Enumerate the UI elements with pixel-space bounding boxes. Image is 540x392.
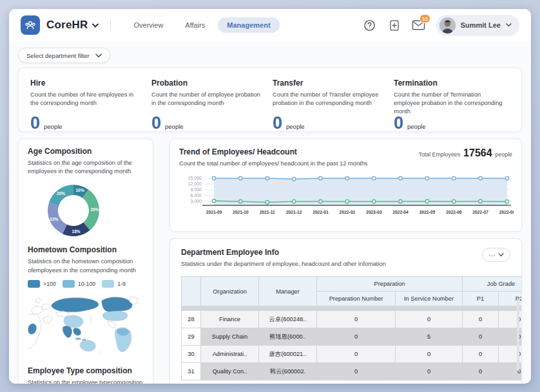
- page-content: Select department filter HireCount the n…: [9, 41, 531, 384]
- composition-sidebar-card: Age Composition Statistics on the age co…: [18, 138, 153, 384]
- stat-value: 0: [151, 115, 161, 132]
- stat-title: Transfer: [273, 79, 382, 88]
- trend-card: Trend of Employees/ Headcount Count the …: [169, 138, 522, 232]
- svg-text:2022-01: 2022-01: [313, 210, 329, 214]
- stat-desc: Count the number of employee probation i…: [151, 91, 261, 109]
- question-mark-icon: [363, 19, 376, 32]
- nav-tab-overview[interactable]: Overview: [125, 17, 173, 33]
- employee-type-title: Employee Type composition: [28, 366, 144, 375]
- svg-text:3,000: 3,000: [190, 200, 202, 204]
- corehr-logo-icon: [21, 15, 40, 35]
- workspace-switcher[interactable]: CoreHR: [46, 19, 99, 32]
- header-actions: 12 Summit Lee: [363, 15, 519, 36]
- legend-item: 1-9: [102, 280, 126, 288]
- stat-title: Probation: [151, 79, 261, 88]
- stat-title: Termination: [394, 79, 503, 88]
- chevron-down-icon: [92, 23, 99, 28]
- svg-text:20%: 20%: [57, 191, 65, 196]
- svg-text:2023-03: 2023-03: [366, 210, 382, 214]
- chevron-down-icon: [95, 53, 102, 58]
- headcount-trend-chart[interactable]: 15,00012,0009,0006,0003,0002021-092021-1…: [179, 172, 514, 219]
- stat-unit: people: [44, 123, 63, 130]
- table-row[interactable]: 29Supply Chain熊瑶恩(6000..0500: [182, 328, 523, 346]
- table-row-partial: [182, 306, 523, 311]
- table-row[interactable]: 28Finance云卓(600248..0000: [182, 311, 523, 328]
- new-document-button[interactable]: [387, 18, 401, 32]
- department-filter-select[interactable]: Select department filter: [18, 48, 110, 63]
- col-organization: Organization: [201, 277, 259, 306]
- stat-desc: Count the number of Termination employee…: [394, 91, 503, 109]
- inbox-button[interactable]: 12: [412, 18, 426, 32]
- svg-text:6,000: 6,000: [190, 194, 202, 198]
- table-cell: 0: [463, 363, 499, 380]
- legend-label: 1-9: [117, 281, 126, 287]
- stat-desc: Count the number of Transfer employee pr…: [273, 91, 382, 109]
- user-name: Summit Lee: [461, 21, 501, 29]
- svg-text:2021-11: 2021-11: [260, 210, 275, 214]
- legend-swatch: [28, 280, 40, 288]
- filter-label: Select department filter: [26, 52, 90, 59]
- stat-card-transfer: TransferCount the number of Transfer emp…: [273, 79, 394, 131]
- age-composition-desc: Statistics on the age composition of the…: [28, 159, 144, 176]
- document-plus-icon: [389, 19, 400, 32]
- age-donut-chart[interactable]: 10%29%18%23%20%: [38, 181, 109, 240]
- dept-title: Department Employee Info: [181, 248, 386, 257]
- department-table-card: Department Employee Info Statistics unde…: [169, 238, 522, 384]
- table-cell: 5: [396, 328, 463, 346]
- legend-label: >100: [43, 281, 56, 287]
- stat-cards-row: HireCount the number of hire employees i…: [18, 68, 522, 132]
- table-cell: Administrati..: [201, 346, 259, 363]
- table-cell: Finance: [201, 311, 259, 328]
- world-map-chart[interactable]: [28, 292, 145, 364]
- department-table: Organization Manager Preparation Job Gra…: [181, 276, 522, 380]
- age-composition-block: Age Composition Statistics on the age co…: [28, 147, 144, 240]
- chevron-down-icon: [498, 253, 504, 257]
- trend-desc: Count the total number of employees/ hea…: [179, 160, 368, 168]
- table-options-button[interactable]: …: [482, 248, 510, 262]
- svg-text:2022-08: 2022-08: [499, 210, 514, 214]
- hometown-composition-desc: Statistics on the hometown composition o…: [28, 257, 144, 274]
- stat-card-termination: TerminationCount the number of Terminati…: [394, 79, 515, 131]
- employee-type-block: Employee Type composition Statistics on …: [28, 366, 144, 384]
- stat-value: 0: [273, 115, 282, 132]
- col-rownum: [182, 277, 201, 306]
- table-cell: 熊瑶恩(6000..: [259, 328, 317, 346]
- header-divider: [110, 20, 111, 30]
- legend-swatch: [63, 280, 75, 288]
- legend-swatch: [102, 280, 114, 288]
- table-row[interactable]: 31Quality Con..韩云(600002.0000: [182, 363, 523, 380]
- svg-text:23%: 23%: [50, 217, 58, 221]
- table-cell: 0: [396, 346, 463, 363]
- col-in-service-number: In Service Number: [396, 292, 463, 306]
- table-cell: 云卓(600248..: [259, 311, 317, 328]
- svg-text:2021-12: 2021-12: [286, 210, 302, 214]
- stat-unit: people: [165, 123, 184, 130]
- svg-text:29%: 29%: [90, 208, 99, 212]
- hometown-composition-title: Hometown Composition: [28, 245, 144, 254]
- user-menu[interactable]: Summit Lee: [436, 15, 519, 36]
- col-preparation-number: Preparation Number: [317, 292, 396, 306]
- stat-desc: Count the number of hire employees in th…: [30, 91, 140, 109]
- table-scrollbar[interactable]: [517, 300, 519, 371]
- chevron-down-icon: [506, 23, 512, 27]
- svg-text:2022-07: 2022-07: [472, 210, 488, 214]
- stat-title: Hire: [30, 79, 140, 88]
- total-employees-label: Total Employees: [419, 151, 461, 158]
- nav-tab-affairs[interactable]: Affairs: [176, 17, 214, 33]
- table-cell: 0: [396, 363, 463, 380]
- avatar: [439, 17, 456, 33]
- help-button[interactable]: [363, 18, 377, 32]
- hometown-legend: >10010-1001-9: [28, 280, 144, 288]
- dept-desc: Statistics under the department of emplo…: [181, 260, 386, 268]
- stat-value: 0: [30, 115, 40, 132]
- row-number-cell: 28: [182, 311, 201, 328]
- group-preparation: Preparation: [317, 277, 463, 292]
- employee-type-desc: Statistics on the employee typecompositi…: [28, 378, 144, 384]
- table-row[interactable]: 30Administrati..唐吉(600021..0000: [182, 346, 523, 363]
- nav-tab-management[interactable]: Management: [218, 17, 279, 33]
- group-job-grade: Job Grade: [463, 277, 522, 292]
- svg-text:9,000: 9,000: [190, 188, 202, 192]
- svg-text:18%: 18%: [72, 230, 81, 234]
- svg-text:2021-09: 2021-09: [206, 210, 222, 214]
- table-cell: 唐吉(600021..: [259, 346, 317, 363]
